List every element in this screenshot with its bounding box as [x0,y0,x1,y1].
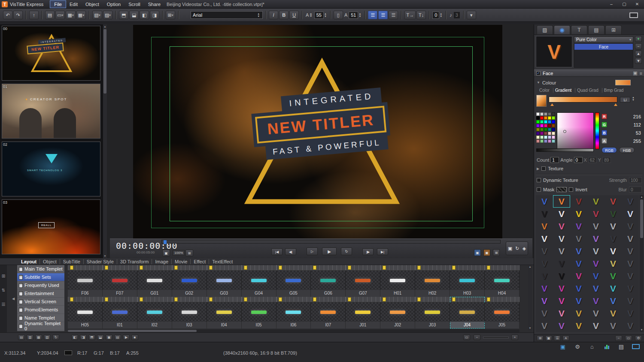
palette-swatch[interactable] [540,136,544,139]
list-view-icon[interactable]: ☰ [2,302,6,307]
interpolation-select[interactable]: Li [620,97,630,103]
preview-thumbnail-3[interactable]: REALL 03 [2,199,100,254]
gradient-mode-tab[interactable]: Bmp Grad [602,88,626,93]
style-swatch[interactable]: V [605,282,622,295]
palette-swatch[interactable] [552,120,555,124]
invert-checkbox[interactable] [569,187,573,192]
shader-type-select[interactable]: Pure Color ▾ [574,36,633,43]
library-tab[interactable]: Object [39,259,60,264]
scroll-down-icon[interactable]: ▼ [640,328,644,332]
library-tab[interactable]: TextEffect [209,259,236,264]
timeline-scrubber[interactable] [161,240,501,244]
palette-swatch[interactable] [540,132,544,135]
library-tab[interactable]: Effect [190,259,209,264]
style-swatch[interactable]: V [605,220,622,232]
settings-gear-icon[interactable]: ⚙ [573,343,582,350]
text-vertical-button[interactable]: T↓ [416,11,426,19]
style-swatch[interactable]: V [605,195,622,208]
italic-button[interactable]: I [269,11,278,19]
new-button[interactable]: ▤ [45,11,55,19]
style-swatch[interactable]: V [553,307,570,320]
grid-vertical-scrollbar[interactable]: ▲ ▼ [528,265,532,330]
style-swatch[interactable]: V [536,220,553,232]
style-swatch[interactable]: V [605,208,622,220]
palette-swatch[interactable] [548,136,551,139]
camera-icon[interactable]: ▣ [508,246,512,251]
style-swatch[interactable]: V [587,245,605,257]
underline-button[interactable]: U [289,11,299,19]
scrollbar-thumb[interactable] [68,330,197,332]
template-cell[interactable]: H01 [380,265,415,297]
palette-swatch[interactable] [552,124,555,127]
template-cell[interactable]: I03 [172,297,207,329]
dynamic-texture-checkbox[interactable] [537,178,541,182]
style-swatch[interactable]: V [587,270,605,282]
playhead[interactable] [164,240,167,244]
palette-swatch[interactable] [544,124,547,127]
template-cell[interactable]: I06 [276,297,311,329]
align-right-button[interactable]: ☰ [389,11,398,19]
template-cell[interactable]: F06 [68,265,103,297]
gradient-stop-left[interactable] [550,103,554,106]
minimize-button[interactable]: – [607,1,616,7]
palette-swatch[interactable] [548,124,551,127]
frame-back-button[interactable]: ◀| [285,248,296,255]
style-swatch[interactable]: V [553,245,570,257]
export-template-icon[interactable]: ▦ [35,335,42,340]
template-cell[interactable]: H05 [68,297,103,329]
style-swatch[interactable]: V [587,307,605,320]
go-to-start-button[interactable]: |◀ [271,248,283,255]
rgb-mode-button[interactable]: RGB [601,147,617,153]
template-cell[interactable]: I01 [103,297,137,329]
style-swatch[interactable]: V [553,208,570,220]
guides-toggle-icon[interactable]: ⊞ [493,249,500,256]
snap-button[interactable]: ⊞ [185,250,193,256]
font-size-spinner[interactable]: ▲▼ [324,12,327,18]
style-swatch[interactable]: V [553,195,570,208]
style-swatch[interactable]: V [622,208,639,220]
style-swatch[interactable]: V [536,307,553,320]
saturation-marker[interactable] [563,130,566,133]
display-icon[interactable]: ▣ [558,343,568,350]
palette-swatch[interactable] [544,112,547,116]
folder-menu-button[interactable]: ▨▾ [103,11,112,19]
monitor-icon[interactable] [631,343,641,350]
style-swatch[interactable]: V [553,257,570,270]
style-swatch[interactable]: V [587,220,605,232]
style-swatch[interactable]: V [587,208,605,220]
zoom-out-styles-icon[interactable]: − [615,335,622,341]
palette-swatch[interactable] [536,120,540,124]
style-swatch[interactable]: V [570,282,587,295]
zoom-slider[interactable] [483,337,509,338]
preview-thumbnail-2[interactable]: SMART TECHNOLOG 3 02 [2,142,100,196]
open-button[interactable]: ▭▾ [55,11,65,19]
face-enabled-checkbox[interactable]: ✓ [536,71,541,75]
palette-swatch[interactable] [540,124,544,127]
palette-swatch[interactable] [548,120,551,124]
template-cell[interactable]: J04 [450,297,485,329]
template-cell[interactable]: J05 [485,297,519,329]
style-swatch[interactable]: V [570,307,587,320]
template-cell[interactable]: H03 [450,265,485,297]
style-swatch[interactable]: V [570,320,587,332]
style-swatch[interactable]: V [536,270,553,282]
import-button[interactable]: ↑ [29,11,39,19]
mask-swatch[interactable] [556,187,567,192]
save-button[interactable]: ▦▾ [66,11,75,19]
export-icon[interactable]: ◈ [522,246,526,251]
char-size-spinner[interactable]: ▲▼ [358,12,361,18]
menu-item[interactable]: File [50,1,66,8]
add-layer-button[interactable]: + [635,36,642,42]
lock-ratio-button[interactable]: ▯ [334,11,343,19]
angle-field[interactable]: 0 [574,157,583,163]
style-swatch[interactable]: V [605,320,622,332]
tab-library-icon[interactable]: ⊞ [605,25,622,34]
view-medium-icon[interactable]: ◨ [80,335,87,340]
play-preview-icon[interactable]: ▶ [123,335,130,340]
style-swatch[interactable]: V [605,270,622,282]
preview-canvas[interactable]: INTEGRATED NEW TITLER FAST & POWERFUL [133,25,502,238]
library-tab[interactable]: Image [152,259,171,264]
palette-swatch[interactable] [552,112,555,116]
gradient-fill-icon[interactable] [536,95,547,107]
letter-sample-icon[interactable]: A [562,335,569,341]
